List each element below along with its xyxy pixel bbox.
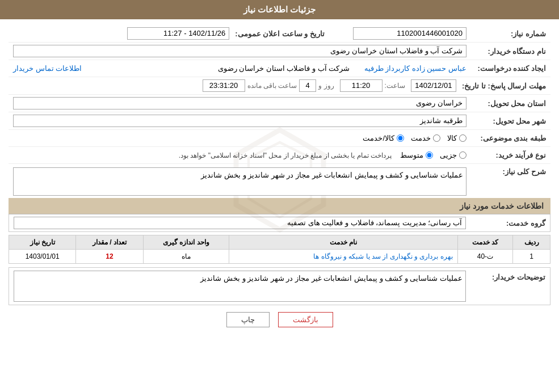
col-unit: واحد اندازه گیری [143, 235, 229, 250]
buyer-org-label: نام دستگاه خریدار: [466, 47, 546, 56]
process-radio-small[interactable] [459, 151, 466, 159]
col-service-code: کد خدمت [457, 235, 512, 250]
process-option-medium[interactable]: متوسط [400, 151, 433, 159]
col-count: تعداد / مقدار [76, 235, 143, 250]
category-option-service[interactable]: خدمت [411, 134, 440, 142]
page-container: جزئیات اطلاعات نیاز AnaTender شماره نیاز… [0, 0, 559, 392]
back-button[interactable]: بازگشت [278, 312, 333, 327]
need-number-value: 1102001446001020 [353, 27, 466, 40]
process-radio-group: جزیی متوسط [400, 151, 466, 159]
row-province: استان محل تحویل: خراسان رضوی [9, 95, 550, 112]
page-title: جزئیات اطلاعات نیاز [243, 5, 316, 14]
row-need-description: شرح کلی نیاز: عملیات شناسایی و کشف و پیم… [9, 164, 550, 198]
services-section-title: اطلاعات خدمات مورد نیاز [460, 201, 544, 210]
content-area: AnaTender شماره نیاز: 1102001446001020 ت… [0, 19, 559, 340]
deadline-label: مهلت ارسال پاسخ: تا تاریخ: [456, 82, 546, 90]
deadline-remain-value: 23:31:20 [203, 79, 245, 92]
row-city: شهر محل تحویل: طرقبه شانديز [9, 112, 550, 130]
col-row-num: ردیف [513, 235, 550, 250]
cell-row-num: 1 [513, 250, 550, 264]
row-buyer-org: نام دستگاه خریدار: شرکت آب و فاضلاب استا… [9, 43, 550, 60]
need-description-label: شرح کلی نیاز: [466, 167, 546, 176]
row-need-number: شماره نیاز: 1102001446001020 تاریخ و ساع… [9, 25, 550, 43]
row-buyer-description: توضیحات خریدار: عملیات شناسایی و کشف و پ… [9, 267, 550, 305]
page-header: جزئیات اطلاعات نیاز [0, 0, 559, 19]
category-radio-group: کالا خدمت کالا/خدمت [13, 134, 466, 142]
cell-count: 12 [76, 250, 143, 264]
row-process: نوع فرآیند خرید: جزیی متوسط پرداخت تمام … [9, 147, 550, 164]
cell-unit: ماه [143, 250, 229, 264]
creator-name: عباس حسین زاده کاربرداز طرفیه [364, 64, 466, 73]
category-radio-goods[interactable] [459, 134, 466, 142]
row-category: طبقه بندی موضوعی: کالا خدمت کالا/خدمت [9, 130, 550, 147]
deadline-time-value: 11:20 [340, 79, 383, 92]
process-small-label: جزیی [440, 151, 457, 159]
cell-date: 1403/01/01 [9, 250, 76, 264]
cell-code: ت-40 [457, 250, 512, 264]
main-info-section: شماره نیاز: 1102001446001020 تاریخ و ساع… [9, 25, 550, 198]
announce-date-value: 1402/11/26 - 11:27 [127, 27, 229, 40]
province-label: استان محل تحویل: [466, 99, 546, 108]
need-description-value: عملیات شناسایی و کشف و پیمایش انشعابات غ… [13, 167, 466, 196]
category-both-label: کالا/خدمت [363, 134, 394, 142]
need-number-label: شماره نیاز: [466, 29, 546, 38]
category-option-goods[interactable]: کالا [447, 134, 466, 142]
deadline-days-value: 4 [299, 79, 316, 92]
process-description: پرداخت تمام یا بخشی از مبلغ خریدار از مح… [13, 151, 392, 159]
process-label: نوع فرآیند خرید: [466, 151, 546, 159]
contact-link[interactable]: اطلاعات تماس خریدار [13, 64, 82, 73]
col-date: تاریخ نیاز [9, 235, 76, 250]
province-value: خراسان رضوی [13, 97, 466, 109]
process-option-small[interactable]: جزیی [440, 151, 466, 159]
print-button[interactable]: چاپ [226, 312, 270, 327]
creator-label: ایجاد کننده درخواست: [466, 64, 546, 73]
deadline-days-label: روز و [318, 82, 334, 90]
announce-date-label: تاریخ و ساعت اعلان عمومی: [229, 29, 330, 38]
category-label: طبقه بندی موضوعی: [466, 134, 546, 142]
process-medium-label: متوسط [400, 151, 423, 159]
city-value: طرقبه شانديز [13, 115, 466, 127]
buyer-org-value: شرکت آب و فاضلاب استان خراسان رضوی [13, 45, 466, 57]
table-row: 1 ت-40 بهره برداری و نگهداری از سد یا شب… [9, 250, 550, 264]
button-row: بازگشت چاپ [9, 305, 550, 334]
row-creator: ایجاد کننده درخواست: عباس حسین زاده کارب… [9, 60, 550, 77]
cell-service-name: بهره برداری و نگهداری از سد یا شبکه و نی… [229, 250, 458, 264]
buyer-description-value: عملیات شناسایی و کشف و پیمایش انشعابات غ… [14, 271, 466, 302]
city-label: شهر محل تحویل: [466, 117, 546, 125]
buyer-description-label: توضیحات خریدار: [466, 271, 545, 281]
category-radio-both[interactable] [397, 134, 404, 142]
category-service-label: خدمت [411, 134, 431, 142]
deadline-remain-label: ساعت باقی مانده [247, 82, 297, 90]
deadline-date-value: 1402/12/01 [411, 79, 456, 92]
category-radio-service[interactable] [433, 134, 440, 142]
deadline-time-label: ساعت: [385, 82, 405, 90]
category-option-both[interactable]: کالا/خدمت [363, 134, 404, 142]
category-goods-label: کالا [447, 134, 457, 142]
process-radio-medium[interactable] [426, 151, 433, 159]
creator-company: شرکت آب و فاضلاب استان خراسان رضوی [87, 64, 350, 73]
service-group-label: گروه خدمت: [466, 219, 545, 227]
row-deadline: مهلت ارسال پاسخ: تا تاریخ: 1402/12/01 سا… [9, 77, 550, 95]
